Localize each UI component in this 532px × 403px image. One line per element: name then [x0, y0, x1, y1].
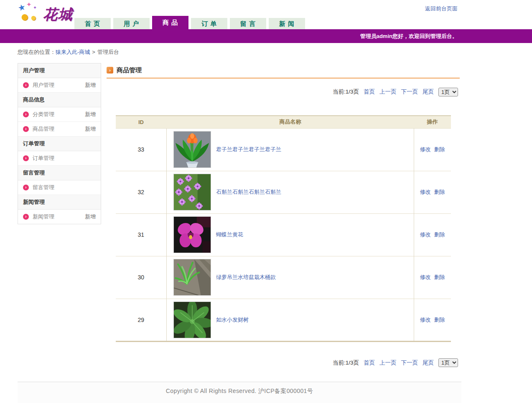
sidebar-section-news: 新闻管理: [18, 195, 101, 210]
table-row: 29: [116, 299, 451, 341]
page-select[interactable]: 1页: [438, 88, 458, 96]
arrow-circle-icon: ›: [23, 82, 29, 88]
table-row: 33: [116, 128, 451, 171]
sidebar-item-product-manage[interactable]: › 商品管理 新增: [18, 122, 101, 137]
table-row: 31 蝴: [116, 213, 451, 256]
delete-link[interactable]: 删除: [434, 274, 445, 280]
first-page-link[interactable]: 首页: [364, 359, 375, 367]
product-image-dendrobium: [173, 174, 211, 210]
sidebar-add-product-link[interactable]: 新增: [85, 125, 96, 133]
product-name-link[interactable]: 蝴蝶兰黄花: [216, 231, 243, 238]
sidebar: 用户管理 › 用户管理 新增 商品信息 › 分类管理 新增 › 商品管理 新增 …: [18, 63, 101, 224]
product-id: 32: [116, 171, 167, 213]
page-select[interactable]: 1页: [438, 358, 458, 367]
breadcrumb-separator: >: [92, 49, 95, 55]
breadcrumb-current: 管理后台: [97, 49, 119, 55]
breadcrumb-prefix: 您现在的位置：: [18, 49, 56, 55]
table-header-row: ID 商品名称 操作: [116, 116, 451, 128]
admin-greeting-bar: 管理员admin您好，欢迎回到管理后台。: [0, 29, 532, 43]
pagination-top: 当前:1/3页 首页 上一页 下一页 尾页 1页: [107, 87, 460, 97]
col-header-id: ID: [116, 116, 167, 128]
last-page-link[interactable]: 尾页: [423, 88, 434, 96]
pagination-bottom: 当前:1/3页 首页 上一页 下一页 尾页 1页: [107, 358, 460, 368]
product-image-phalaenopsis: [173, 216, 211, 253]
arrow-circle-icon: ›: [23, 185, 29, 190]
product-id: 33: [116, 128, 167, 171]
nav-tab-users[interactable]: 用 户: [113, 18, 150, 29]
sidebar-add-news-link[interactable]: 新增: [85, 213, 96, 221]
product-id: 29: [116, 299, 167, 341]
breadcrumb: 您现在的位置：猿来入此-商城>管理后台: [18, 48, 532, 56]
edit-link[interactable]: 修改: [420, 146, 431, 152]
main-nav: 首 页 用 户 商 品 订 单 留 言 新 闻: [74, 16, 308, 29]
logo-text: 花城: [43, 5, 73, 24]
products-table: ID 商品名称 操作 33: [116, 115, 451, 342]
product-image-money-tree: [173, 302, 211, 338]
delete-link[interactable]: 删除: [434, 146, 445, 152]
title-divider: [107, 78, 460, 79]
page-footer: Copyright © All Rights Reserved. 沪ICP备案0…: [18, 382, 461, 403]
arrow-circle-icon: ›: [23, 155, 29, 161]
sidebar-item-message-manage[interactable]: › 留言管理: [18, 180, 101, 195]
sidebar-item-user-manage[interactable]: › 用户管理 新增: [18, 78, 101, 93]
sidebar-section-user: 用户管理: [18, 63, 101, 78]
site-logo: ★ ✦ ✦ ● ● 花城: [15, 1, 77, 28]
sidebar-section-message: 留言管理: [18, 166, 101, 180]
col-header-actions: 操作: [414, 116, 451, 128]
footer-copyright: Copyright © All Rights Reserved. 沪ICP备案0…: [166, 388, 313, 394]
sidebar-section-order: 订单管理: [18, 137, 101, 151]
breadcrumb-site-link[interactable]: 猿来入此-商城: [56, 49, 90, 55]
table-row: 32: [116, 171, 451, 213]
last-page-link[interactable]: 尾页: [423, 359, 434, 367]
sidebar-add-category-link[interactable]: 新增: [85, 111, 96, 118]
pagination-status: 当前:1/3页: [333, 88, 359, 96]
main-panel: › 商品管理 当前:1/3页 首页 上一页 下一页 尾页 1页 ID 商品名称 …: [107, 63, 460, 368]
delete-link[interactable]: 删除: [434, 231, 445, 238]
col-header-name: 商品名称: [167, 116, 414, 128]
product-name-link[interactable]: 绿萝吊兰水培盆栽木桶款: [216, 274, 276, 281]
prev-page-link[interactable]: 上一页: [379, 88, 397, 96]
sidebar-item-category-manage[interactable]: › 分类管理 新增: [18, 107, 101, 122]
content-area: 用户管理 › 用户管理 新增 商品信息 › 分类管理 新增 › 商品管理 新增 …: [18, 63, 461, 368]
arrow-circle-icon: ›: [23, 112, 29, 117]
delete-link[interactable]: 删除: [434, 189, 445, 195]
page-title-row: › 商品管理: [107, 66, 460, 75]
product-name-link[interactable]: 如水小发财树: [216, 316, 249, 324]
nav-tab-news[interactable]: 新 闻: [269, 18, 305, 29]
page-header: ★ ✦ ✦ ● ● 花城 返回前台页面 首 页 用 户 商 品 订 单 留 言 …: [0, 0, 532, 29]
product-image-clivia: [173, 131, 211, 168]
edit-link[interactable]: 修改: [420, 274, 431, 280]
nav-tab-home[interactable]: 首 页: [74, 18, 111, 29]
nav-tab-orders[interactable]: 订 单: [191, 18, 227, 29]
edit-link[interactable]: 修改: [420, 317, 431, 323]
prev-page-link[interactable]: 上一页: [379, 359, 397, 367]
edit-link[interactable]: 修改: [420, 231, 431, 238]
table-row: 30: [116, 256, 451, 299]
back-to-frontend-link[interactable]: 返回前台页面: [425, 5, 458, 13]
sidebar-item-order-manage[interactable]: › 订单管理: [18, 151, 101, 166]
arrow-circle-icon: ›: [23, 126, 29, 132]
orange-arrow-icon: ›: [107, 67, 113, 74]
next-page-link[interactable]: 下一页: [401, 359, 418, 367]
product-id: 30: [116, 256, 167, 299]
arrow-circle-icon: ›: [23, 214, 29, 220]
product-name-link[interactable]: 石斛兰石斛兰石斛兰石斛兰: [216, 188, 281, 196]
nav-tab-messages[interactable]: 留 言: [230, 18, 266, 29]
edit-link[interactable]: 修改: [420, 189, 431, 195]
page-title: 商品管理: [117, 66, 142, 74]
sidebar-section-product-info: 商品信息: [18, 93, 101, 107]
logo-flower-icon: ★ ✦ ✦ ● ●: [15, 1, 42, 27]
product-id: 31: [116, 213, 167, 256]
product-name-link[interactable]: 君子兰君子兰君子兰君子兰: [216, 146, 281, 153]
delete-link[interactable]: 删除: [434, 317, 445, 323]
nav-tab-products[interactable]: 商 品: [152, 16, 188, 29]
sidebar-item-news-manage[interactable]: › 新闻管理 新增: [18, 210, 101, 224]
pagination-status: 当前:1/3页: [333, 359, 359, 367]
first-page-link[interactable]: 首页: [364, 88, 375, 96]
sidebar-add-user-link[interactable]: 新增: [85, 81, 96, 89]
product-image-spider-plant: [173, 259, 211, 296]
next-page-link[interactable]: 下一页: [401, 88, 418, 96]
